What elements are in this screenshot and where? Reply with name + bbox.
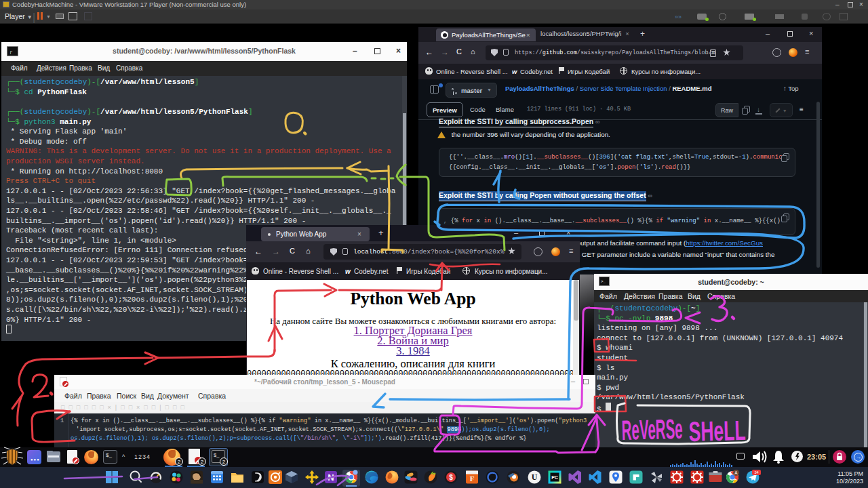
svg-text:ReVeRSe: ReVeRSe	[621, 413, 683, 446]
